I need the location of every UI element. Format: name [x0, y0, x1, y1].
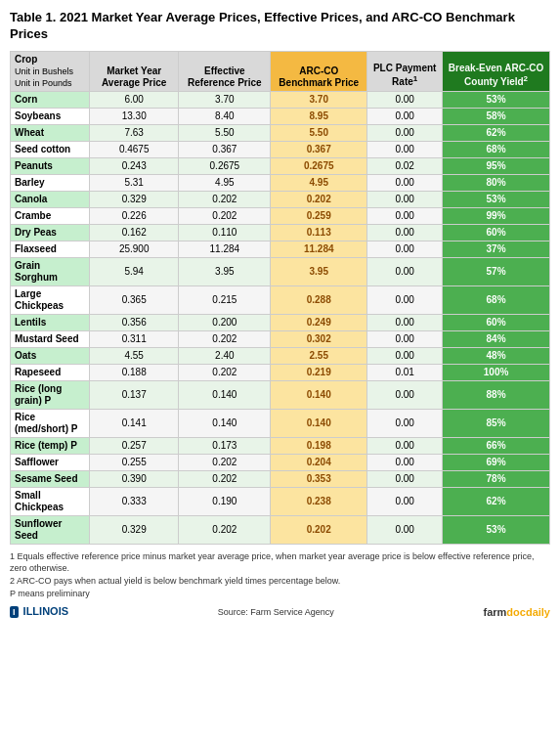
data-cell: 0.01 — [367, 364, 443, 380]
data-cell: 0.110 — [179, 224, 271, 241]
crop-name-cell: Corn — [11, 91, 90, 108]
data-cell: 0.00 — [367, 437, 443, 454]
table-row: Rapeseed0.1880.2020.2190.01100% — [11, 364, 550, 380]
data-cell: 69% — [443, 454, 550, 470]
table-row: Canola0.3290.2020.2020.0053% — [11, 191, 550, 207]
data-cell: 0.202 — [179, 191, 271, 207]
data-cell: 2.55 — [271, 347, 367, 364]
data-cell: 0.202 — [271, 515, 367, 544]
crop-name-cell: Mustard Seed — [11, 330, 90, 347]
data-cell: 0.390 — [89, 470, 179, 487]
table-row: Grain Sorghum5.943.953.950.0057% — [11, 257, 550, 285]
data-cell: 68% — [443, 285, 550, 314]
data-cell: 0.202 — [179, 454, 271, 470]
illinois-logo: I ILLINOIS — [10, 605, 68, 618]
data-cell: 0.00 — [367, 380, 443, 409]
data-cell: 0.202 — [179, 515, 271, 544]
data-cell: 0.202 — [179, 364, 271, 380]
data-cell: 0.162 — [89, 224, 179, 241]
data-cell: 62% — [443, 124, 550, 141]
data-cell: 0.188 — [89, 364, 179, 380]
crop-name-cell: Seed cotton — [11, 141, 90, 157]
data-cell: 95% — [443, 157, 550, 174]
table-row: Crambe0.2260.2020.2590.0099% — [11, 207, 550, 224]
data-cell: 62% — [443, 487, 550, 515]
data-cell: 0.00 — [367, 470, 443, 487]
data-cell: 5.50 — [271, 124, 367, 141]
data-cell: 0.141 — [89, 409, 179, 437]
data-cell: 0.198 — [271, 437, 367, 454]
data-cell: 25.900 — [89, 241, 179, 257]
illinois-text: ILLINOIS — [23, 605, 68, 617]
data-cell: 88% — [443, 380, 550, 409]
data-cell: 0.00 — [367, 91, 443, 108]
table-row: Dry Peas0.1620.1100.1130.0060% — [11, 224, 550, 241]
crop-name-cell: Flaxseed — [11, 241, 90, 257]
data-cell: 48% — [443, 347, 550, 364]
source-text: Source: Farm Service Agency — [218, 607, 334, 617]
table-row: Soybeans13.308.408.950.0058% — [11, 108, 550, 124]
price-table: Crop Unit in Bushels Unit in Pounds Mark… — [10, 51, 550, 545]
table-row: Rice (long grain) P0.1370.1400.1400.0088… — [11, 380, 550, 409]
data-cell: 58% — [443, 108, 550, 124]
data-cell: 0.204 — [271, 454, 367, 470]
table-row: Lentils0.3560.2000.2490.0060% — [11, 314, 550, 330]
data-cell: 0.00 — [367, 108, 443, 124]
header-arcco: ARC-CO Benchmark Price — [271, 51, 367, 91]
data-cell: 0.00 — [367, 487, 443, 515]
data-cell: 3.70 — [179, 91, 271, 108]
data-cell: 6.00 — [89, 91, 179, 108]
data-cell: 0.173 — [179, 437, 271, 454]
table-row: Seed cotton0.46750.3670.3670.0068% — [11, 141, 550, 157]
data-cell: 0.02 — [367, 157, 443, 174]
data-cell: 11.284 — [179, 241, 271, 257]
data-cell: 0.202 — [179, 470, 271, 487]
crop-name-cell: Wheat — [11, 124, 90, 141]
data-cell: 0.365 — [89, 285, 179, 314]
header-breakeven: Break-Even ARC-CO County Yield2 — [443, 51, 550, 91]
data-cell: 4.55 — [89, 347, 179, 364]
data-cell: 0.00 — [367, 224, 443, 241]
data-cell: 0.302 — [271, 330, 367, 347]
data-cell: 0.00 — [367, 257, 443, 285]
data-cell: 85% — [443, 409, 550, 437]
data-cell: 0.137 — [89, 380, 179, 409]
data-cell: 0.333 — [89, 487, 179, 515]
crop-name-cell: Soybeans — [11, 108, 90, 124]
data-cell: 0.00 — [367, 409, 443, 437]
data-cell: 100% — [443, 364, 550, 380]
data-cell: 13.30 — [89, 108, 179, 124]
data-cell: 0.259 — [271, 207, 367, 224]
data-cell: 53% — [443, 191, 550, 207]
data-cell: 5.94 — [89, 257, 179, 285]
table-header: Crop Unit in Bushels Unit in Pounds Mark… — [11, 51, 550, 91]
data-cell: 0.257 — [89, 437, 179, 454]
crop-name-cell: Canola — [11, 191, 90, 207]
data-cell: 0.140 — [179, 380, 271, 409]
header-market: Market Year Average Price — [89, 51, 179, 91]
table-row: Oats4.552.402.550.0048% — [11, 347, 550, 364]
footnote-2: 2 ARC-CO pays when actual yield is below… — [10, 575, 550, 588]
data-cell: 99% — [443, 207, 550, 224]
data-cell: 8.40 — [179, 108, 271, 124]
data-cell: 0.353 — [271, 470, 367, 487]
data-cell: 0.140 — [271, 380, 367, 409]
farmdoc-logo: farmdocdaily — [484, 606, 550, 618]
table-row: Peanuts0.2430.26750.26750.0295% — [11, 157, 550, 174]
table-row: Corn6.003.703.700.0053% — [11, 91, 550, 108]
data-cell: 7.63 — [89, 124, 179, 141]
table-row: Rice (med/short) P0.1410.1400.1400.0085% — [11, 409, 550, 437]
data-cell: 0.202 — [179, 330, 271, 347]
crop-name-cell: Barley — [11, 174, 90, 191]
data-cell: 0.367 — [179, 141, 271, 157]
data-cell: 0.00 — [367, 141, 443, 157]
table-row: Barley5.314.954.950.0080% — [11, 174, 550, 191]
data-cell: 0.00 — [367, 347, 443, 364]
table-row: Large Chickpeas0.3650.2150.2880.0068% — [11, 285, 550, 314]
data-cell: 0.215 — [179, 285, 271, 314]
data-cell: 0.4675 — [89, 141, 179, 157]
data-cell: 0.00 — [367, 454, 443, 470]
data-cell: 0.140 — [179, 409, 271, 437]
crop-name-cell: Grain Sorghum — [11, 257, 90, 285]
data-cell: 0.00 — [367, 207, 443, 224]
